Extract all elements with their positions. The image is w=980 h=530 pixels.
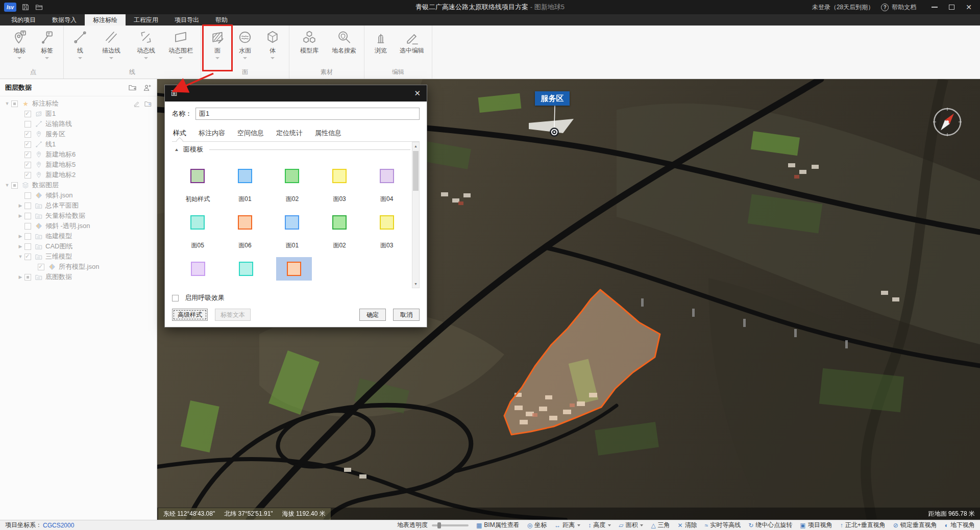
swatch[interactable] [190, 164, 205, 188]
ribbon-button-面[interactable]: 面 [205, 28, 230, 66]
layer-label[interactable]: 矢量标绘数据 [45, 211, 85, 220]
layer-tree-item-新建地标6[interactable]: 新建地标6 [0, 149, 157, 160]
layer-tree-item-标注标绘[interactable]: ▼★标注标绘 [0, 98, 157, 109]
menu-tab-数据导入[interactable]: 数据导入 [44, 14, 85, 26]
layer-visibility-checkbox[interactable] [24, 213, 31, 219]
swatch-color[interactable] [239, 262, 253, 276]
layer-label[interactable]: CAD图纸 [45, 242, 72, 251]
statusbar-tool-面积[interactable]: ▱面积 [619, 521, 643, 529]
swatch-color[interactable] [190, 215, 205, 230]
statusbar-tool-高度[interactable]: ↕高度 [588, 521, 611, 529]
swatch-color[interactable] [285, 215, 299, 230]
template-swatch-面03[interactable]: 面03 [363, 211, 410, 250]
swatch-color[interactable] [332, 169, 347, 183]
swatch[interactable] [238, 211, 252, 234]
layer-tree-item-线1[interactable]: 线1 [0, 139, 157, 149]
layer-visibility-checkbox[interactable] [24, 121, 31, 128]
layer-tree-item-倾斜 -透明.json[interactable]: 倾斜 -透明.json [0, 221, 157, 231]
chevron-down-icon[interactable] [179, 57, 183, 59]
statusbar-tool-实时等高线[interactable]: ≈实时等高线 [705, 521, 741, 529]
save-icon[interactable] [21, 3, 30, 11]
swatch-color[interactable] [380, 169, 394, 183]
layer-tree-item-三维模型[interactable]: ▼三维模型 [0, 251, 157, 262]
dialog-tab-属性信息[interactable]: 属性信息 [314, 125, 342, 141]
layer-label[interactable]: 线1 [45, 140, 56, 149]
layer-tree-item-CAD图纸[interactable]: ▶CAD图纸 [0, 241, 157, 251]
statusbar-tool-正北+垂直视角[interactable]: ↑正北+垂直视角 [840, 521, 886, 529]
template-swatch-面02[interactable]: 面02 [268, 164, 316, 204]
close-button[interactable]: ✕ [966, 3, 972, 11]
swatch-color[interactable] [191, 262, 205, 276]
layer-tree-item-所有模型.json[interactable]: 所有模型.json [0, 262, 157, 272]
template-swatch-unnamed[interactable] [270, 257, 318, 288]
chevron-down-icon[interactable] [577, 524, 580, 526]
menu-tab-工程应用[interactable]: 工程应用 [126, 14, 166, 26]
layer-tree-item-新建地标5[interactable]: 新建地标5 [0, 160, 157, 170]
dialog-tab-定位统计[interactable]: 定位统计 [275, 125, 304, 141]
transparency-slider[interactable] [432, 524, 469, 526]
statusbar-tool-地下视角[interactable]: ◐地下视角 [945, 521, 975, 529]
layer-tree-item-运输路线[interactable]: 运输路线 [0, 119, 157, 129]
tree-expand-icon[interactable]: ▶ [16, 203, 24, 208]
template-swatch-面06[interactable]: 面06 [222, 211, 269, 250]
ribbon-button-动态围栏[interactable]: 动态围栏 [165, 28, 197, 66]
layer-label[interactable]: 倾斜.json [45, 191, 72, 200]
ribbon-button-线[interactable]: 线 [68, 28, 92, 66]
layer-tree-item-总体平面图[interactable]: ▶总体平面图 [0, 200, 157, 211]
statusbar-tool-锁定垂直视角[interactable]: ⊘锁定垂直视角 [893, 521, 937, 529]
layer-visibility-checkbox[interactable] [24, 254, 31, 260]
template-swatch-unnamed[interactable] [174, 257, 222, 288]
template-swatch-面02[interactable]: 面02 [316, 211, 363, 250]
layer-visibility-checkbox[interactable] [24, 274, 31, 281]
swatch-color[interactable] [285, 169, 299, 183]
compass-icon[interactable] [931, 106, 964, 138]
layer-label[interactable]: 数据图层 [32, 181, 59, 190]
swatch-color[interactable] [380, 215, 394, 230]
add-folder-icon[interactable] [144, 100, 152, 107]
template-swatch-面01[interactable]: 面01 [268, 211, 316, 250]
ribbon-button-选中编辑[interactable]: 选中编辑 [396, 28, 428, 66]
ok-button[interactable]: 确定 [359, 309, 386, 321]
layer-label[interactable]: 新建地标5 [45, 160, 76, 169]
tree-collapse-icon[interactable]: ▼ [3, 101, 11, 106]
menu-tab-项目导出[interactable]: 项目导出 [166, 14, 207, 26]
ribbon-button-水面[interactable]: 水面 [233, 28, 257, 66]
swatch-color[interactable] [332, 215, 347, 230]
swatch[interactable] [239, 257, 253, 281]
ribbon-button-体[interactable]: 体 [260, 28, 285, 66]
swatch[interactable] [191, 257, 205, 281]
layer-visibility-checkbox[interactable] [24, 192, 31, 199]
swatch[interactable] [380, 211, 394, 234]
layer-visibility-checkbox[interactable] [24, 172, 31, 179]
layer-label[interactable]: 新建地标2 [45, 170, 76, 180]
ribbon-button-描边线[interactable]: 描边线 [95, 28, 127, 66]
layer-visibility-checkbox[interactable] [24, 111, 31, 117]
template-swatch-面04[interactable]: 面04 [363, 164, 410, 204]
scroll-down-icon[interactable]: ▼ [412, 280, 419, 288]
layer-label[interactable]: 运输路线 [45, 119, 72, 129]
swatch-color[interactable] [238, 169, 252, 183]
minimize-button[interactable] [932, 7, 938, 8]
dialog-close-icon[interactable]: ✕ [414, 89, 421, 98]
statusbar-tool-绕中心点旋转[interactable]: ↻绕中心点旋转 [748, 521, 792, 529]
swatch[interactable] [285, 211, 299, 234]
layer-visibility-checkbox[interactable] [24, 233, 31, 240]
name-input[interactable] [195, 108, 420, 120]
layer-tree-item-底图数据[interactable]: ▶底图数据 [0, 272, 157, 282]
layer-tree-item-新建地标2[interactable]: 新建地标2 [0, 170, 157, 180]
statusbar-tool-三角[interactable]: △三角 [651, 521, 670, 529]
tree-expand-icon[interactable]: ▶ [16, 213, 24, 218]
template-scrollbar[interactable]: ▲ ▼ [412, 142, 420, 288]
ribbon-button-地标[interactable]: 地标 [7, 28, 32, 66]
template-swatch-面05[interactable]: 面05 [174, 211, 222, 250]
dialog-tab-标注内容[interactable]: 标注内容 [198, 125, 226, 141]
layer-label[interactable]: 总体平面图 [45, 201, 79, 210]
swatch[interactable] [332, 164, 347, 188]
layer-tree-item-临建模型[interactable]: ▶临建模型 [0, 231, 157, 241]
dialog-title-bar[interactable]: 面 ✕ [165, 85, 427, 102]
ribbon-button-模型库[interactable]: 模型库 [293, 28, 325, 66]
layer-label[interactable]: 所有模型.json [59, 262, 99, 271]
swatch[interactable] [238, 164, 252, 188]
statusbar-tool-坐标[interactable]: ◎坐标 [527, 521, 547, 529]
layer-label[interactable]: 三维模型 [45, 252, 72, 261]
